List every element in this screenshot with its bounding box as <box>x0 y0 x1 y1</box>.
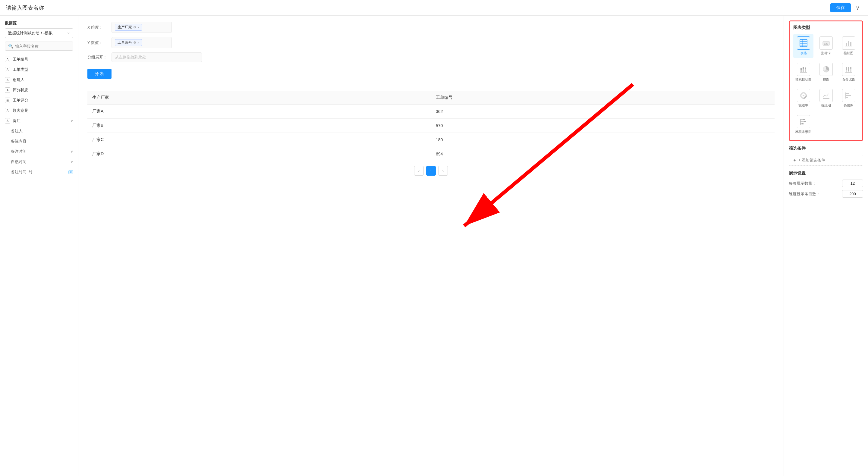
chart-item-completion[interactable]: % 完成率 <box>793 87 813 110</box>
pagination: ‹ 1 › <box>87 161 775 181</box>
chart-item-stacked-bar[interactable]: 堆积柱状图 <box>793 60 813 84</box>
display-label-dimension: 维度显示条目数： <box>789 191 842 197</box>
field-name: 自然时间 <box>11 159 68 164</box>
field-name: 备注内容 <box>11 138 73 144</box>
config-field-box-y: 工单编号 ⚙ × <box>112 37 172 48</box>
chart-item-kpi[interactable]: 123 指标卡 <box>816 34 836 58</box>
field-type-icon: A <box>5 87 10 93</box>
chart-grid: 表格 123 指标卡 <box>793 34 859 136</box>
field-item[interactable]: A 评分状态 <box>0 85 78 95</box>
chart-item-table[interactable]: 表格 <box>793 34 813 58</box>
datasource-select[interactable]: 数据统计测试勿动！-模拟... ∨ <box>5 28 73 38</box>
chart-label-percent: 百分比图 <box>842 77 855 82</box>
field-type-icon: A <box>5 108 10 113</box>
chart-label-strip: 条形图 <box>844 103 854 108</box>
chart-label-line: 折线图 <box>821 103 831 108</box>
page-title: 请输入图表名称 <box>6 4 830 11</box>
svg-rect-9 <box>850 42 851 46</box>
cell-order-count: 570 <box>431 119 775 133</box>
chart-type-title: 图表类型 <box>793 25 859 30</box>
save-button[interactable]: 保存 <box>830 3 851 12</box>
prev-page-button[interactable]: ‹ <box>414 166 424 176</box>
chart-icon-completion: % <box>797 89 810 102</box>
chart-icon-stacked-bar <box>797 63 810 76</box>
close-icon[interactable]: × <box>137 41 139 44</box>
field-item[interactable]: A 顾客意见 <box>0 105 78 116</box>
chart-icon-percent <box>842 63 855 76</box>
field-name: 评分状态 <box>13 87 73 93</box>
table-row: 厂家A 362 <box>87 104 775 119</box>
field-sub-item[interactable]: 备注人 <box>0 126 78 136</box>
field-name: 备注时间 <box>11 149 68 154</box>
filter-section: 筛选条件 ＋ + 添加筛选条件 <box>789 146 863 166</box>
svg-rect-22 <box>848 67 849 71</box>
main-layout: 数据源 数据统计测试勿动！-模拟... ∨ 🔍 A 工单编号 A 工单类型 <box>0 16 868 476</box>
chart-icon-stacked-strip <box>797 115 810 128</box>
chart-label-stacked-bar: 堆积柱状图 <box>795 77 812 82</box>
field-list: A 工单编号 A 工单类型 A 创建人 A 评分状态 ⊞ 工单评分 <box>0 53 78 476</box>
cell-order-count: 362 <box>431 104 775 119</box>
group-placeholder: 从左侧拖拽到此处 <box>115 55 146 60</box>
analyze-button[interactable]: 分 析 <box>87 69 112 79</box>
chevron-down-icon: ∨ <box>70 119 73 123</box>
field-item[interactable]: A 工单编号 <box>0 54 78 64</box>
field-sub-item[interactable]: 自然时间 ∨ <box>0 157 78 167</box>
chart-item-line[interactable]: 折线图 <box>816 87 836 110</box>
field-item[interactable]: A 创建人 <box>0 75 78 85</box>
display-row-per-page: 每页展示数量： <box>789 180 863 187</box>
field-name: 顾客意见 <box>13 108 73 113</box>
field-group-note[interactable]: A 备注 ∨ <box>0 116 78 126</box>
next-page-button[interactable]: › <box>438 166 448 176</box>
chart-item-strip[interactable]: 条形图 <box>838 87 859 110</box>
field-sub-item[interactable]: 备注时间_时 × <box>0 167 78 177</box>
display-section: 展示设置 每页展示数量： 维度显示条目数： <box>789 170 863 198</box>
collapse-button[interactable]: ∨ <box>853 3 862 12</box>
search-input[interactable] <box>15 44 70 49</box>
datasource-title: 数据源 <box>0 16 78 28</box>
config-field-box-x: 生产厂家 ⚙ × <box>112 22 172 33</box>
field-name: 创建人 <box>13 77 73 83</box>
field-sub-item[interactable]: 备注内容 <box>0 136 78 147</box>
field-type-icon: A <box>5 67 10 72</box>
svg-text:123: 123 <box>824 42 828 45</box>
field-item[interactable]: A 工单类型 <box>0 64 78 75</box>
field-name: 备注人 <box>11 128 73 134</box>
config-field-tag-y: 工单编号 ⚙ × <box>115 39 142 46</box>
config-row-y: Y 数值： 工单编号 ⚙ × <box>87 37 775 48</box>
cell-order-count: 694 <box>431 147 775 161</box>
add-filter-label: + 添加筛选条件 <box>798 158 825 163</box>
cell-manufacturer: 厂家A <box>87 104 431 119</box>
header-actions: 保存 ∨ <box>830 3 862 12</box>
chart-item-pie[interactable]: 饼图 <box>816 60 836 84</box>
chart-item-percent[interactable]: 百分比图 <box>838 60 859 84</box>
config-area: X 维度： 生产厂家 ⚙ × Y 数值： 工单编号 ⚙ <box>79 16 784 85</box>
field-name: 工单编号 <box>13 57 73 62</box>
svg-rect-31 <box>846 95 851 96</box>
field-item[interactable]: ⊞ 工单评分 <box>0 95 78 105</box>
display-value-per-page[interactable] <box>842 180 863 187</box>
close-icon[interactable]: × <box>137 26 139 29</box>
chart-item-bar[interactable]: 柱状图 <box>838 34 859 58</box>
field-sub-item[interactable]: 备注时间 ∨ <box>0 147 78 157</box>
add-filter-button[interactable]: ＋ + 添加筛选条件 <box>789 155 863 166</box>
svg-rect-11 <box>801 70 802 72</box>
search-box: 🔍 <box>5 41 73 51</box>
page-1-button[interactable]: 1 <box>426 166 436 176</box>
svg-rect-38 <box>801 123 802 124</box>
table-header-order: 工单编号 <box>431 91 775 104</box>
display-label-per-page: 每页展示数量： <box>789 181 842 186</box>
chevron-down-icon: ∨ <box>856 5 860 11</box>
svg-rect-13 <box>803 69 804 72</box>
chart-item-stacked-strip[interactable]: 堆积条形图 <box>793 113 813 136</box>
chevron-down-icon: ∨ <box>70 150 73 154</box>
plus-icon: ＋ <box>793 158 797 163</box>
search-icon: 🔍 <box>8 44 13 49</box>
field-type-icon: A <box>5 77 10 83</box>
gear-icon[interactable]: ⚙ <box>133 25 136 29</box>
display-row-dimension: 维度显示条目数： <box>789 190 863 198</box>
svg-rect-16 <box>805 67 806 69</box>
gear-icon[interactable]: ⚙ <box>133 41 136 44</box>
table-row: 厂家B 570 <box>87 119 775 133</box>
display-value-dimension[interactable] <box>842 190 863 198</box>
table-row: 厂家D 694 <box>87 147 775 161</box>
